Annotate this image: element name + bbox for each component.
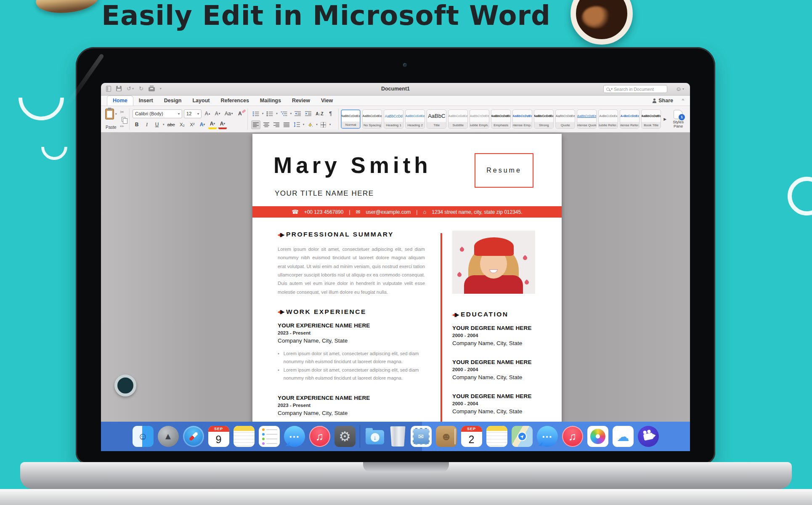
- bold-button[interactable]: B: [133, 120, 141, 129]
- dock-messages-icon[interactable]: …: [284, 426, 305, 447]
- education-entry-period: 2000 - 2004: [452, 367, 546, 372]
- style-card-no-spacing[interactable]: AaBbCcDdEe No Spacing: [362, 109, 382, 129]
- style-card-normal[interactable]: AaBbCcDdEe Normal: [341, 109, 361, 129]
- style-card-quote[interactable]: AaBbCcDdEe Quote: [555, 109, 575, 129]
- profile-photo: [452, 231, 535, 294]
- subscript-button[interactable]: X₂: [178, 120, 186, 129]
- multilevel-list-icon[interactable]: [279, 109, 289, 118]
- contact-separator: |: [416, 209, 417, 215]
- dock-itunes-icon[interactable]: ♫: [562, 426, 583, 447]
- collapse-ribbon-icon[interactable]: ^: [682, 98, 684, 103]
- align-left-button[interactable]: [251, 120, 260, 129]
- text-effects-button[interactable]: A▾: [198, 120, 207, 129]
- style-card-subtle-reference[interactable]: AaBbCcDdEe Subtle Refer...: [598, 109, 618, 129]
- home-icon: ⌂: [423, 209, 426, 215]
- dock-system-preferences-icon[interactable]: ⚙: [334, 426, 356, 447]
- style-card-title[interactable]: AaBbC Title: [427, 109, 446, 129]
- font-name-select[interactable]: Calibri (Body) ▾: [133, 109, 182, 118]
- style-card-heading-2[interactable]: AaBbCcDdEe Heading 2: [405, 109, 425, 129]
- style-card-heading-1[interactable]: AaBbCcDd Heading 1: [384, 109, 403, 129]
- font-size-select[interactable]: 12 ▾: [184, 109, 202, 118]
- style-card-emphasis[interactable]: AaBbCcDdEe Emphasis: [491, 109, 511, 129]
- paste-button[interactable]: ▾ Paste: [103, 108, 119, 130]
- ring-decoration: [114, 375, 136, 396]
- style-card-subtitle[interactable]: AaBbCcDdEe Subtitle: [448, 109, 468, 129]
- superscript-button[interactable]: X²: [188, 120, 196, 129]
- share-label: Share: [658, 98, 673, 104]
- dock-itunes-icon[interactable]: ♫: [309, 426, 330, 447]
- stamp-inner: ✉: [413, 428, 430, 445]
- dock-notes-icon[interactable]: [234, 426, 255, 447]
- dock-notes-icon[interactable]: [486, 426, 507, 447]
- align-center-button[interactable]: [262, 120, 271, 129]
- dock-reminders-icon[interactable]: [259, 426, 280, 447]
- search-input[interactable]: ▾ Search in Document: [603, 85, 667, 93]
- dock-safari-icon[interactable]: [183, 426, 204, 447]
- tab-review[interactable]: Review: [287, 96, 316, 106]
- highlight-button[interactable]: A▾: [208, 120, 217, 129]
- share-button[interactable]: Share: [652, 98, 673, 104]
- underline-button[interactable]: U: [153, 120, 161, 129]
- tab-view[interactable]: View: [316, 96, 338, 106]
- pilcrow-icon[interactable]: ¶: [326, 109, 335, 118]
- tab-mailings[interactable]: Mailings: [255, 96, 287, 106]
- dock-launchpad-icon[interactable]: ▲: [158, 426, 179, 447]
- work-heading: ◀▶ WORK EXPERIENCE: [278, 308, 425, 316]
- styles-pane-button[interactable]: 1 Styles Pane: [669, 108, 687, 130]
- numbered-list-icon[interactable]: [265, 109, 274, 118]
- dock-downloads-icon[interactable]: ↓: [364, 426, 385, 447]
- tab-design[interactable]: Design: [159, 96, 187, 106]
- compass-needle: [188, 431, 198, 441]
- cut-icon[interactable]: ✂: [120, 109, 127, 115]
- heart-decoration: [459, 247, 465, 252]
- style-card-strong[interactable]: AaBbCcDdEe Strong: [534, 109, 554, 129]
- tab-home[interactable]: Home: [107, 96, 133, 106]
- diamond-icon: ◀▶: [278, 231, 283, 238]
- style-card-book-title[interactable]: AaBbCcDdEe Book Title: [641, 109, 661, 129]
- justify-button[interactable]: [282, 120, 291, 129]
- line-spacing-icon[interactable]: [292, 120, 301, 129]
- shading-bucket-icon[interactable]: [306, 120, 314, 129]
- tab-layout[interactable]: Layout: [187, 96, 215, 106]
- feedback-smiley-button[interactable]: ☺ ▾: [676, 85, 684, 92]
- increase-indent-icon[interactable]: [304, 109, 313, 118]
- macbook-base-front: [0, 489, 812, 505]
- dock-messages-icon[interactable]: …: [537, 426, 558, 447]
- tab-insert[interactable]: Insert: [133, 96, 159, 106]
- sort-icon[interactable]: A↓Z: [314, 109, 324, 118]
- style-card-subtle-emphasis[interactable]: AaBbCcDdEe Subtle Emph...: [470, 109, 489, 129]
- change-case-button[interactable]: Aa▾: [223, 109, 234, 118]
- dock-mail-icon[interactable]: ✉: [411, 426, 432, 447]
- dock-trash-icon[interactable]: [390, 426, 406, 447]
- style-card-intense-quote[interactable]: AaBbCcDdEe Intense Quote: [577, 109, 597, 129]
- style-card-intense-emphasis[interactable]: AaBbCcDdEe Intense Emp...: [512, 109, 532, 129]
- dock-calendar-icon[interactable]: SEP 2: [461, 426, 482, 447]
- bullet-icon: •: [278, 350, 279, 365]
- dock-contacts-icon[interactable]: ☻: [436, 426, 457, 447]
- styles-gallery-more-icon[interactable]: ▶: [663, 117, 666, 121]
- dock-video-camera-icon[interactable]: [638, 426, 659, 447]
- strikethrough-button[interactable]: abe: [166, 120, 176, 129]
- dock-maps-icon[interactable]: ➤: [512, 426, 533, 447]
- dock-icloud-icon[interactable]: ☁: [613, 426, 634, 447]
- italic-button[interactable]: I: [143, 120, 151, 129]
- dock-photos-icon[interactable]: [587, 426, 608, 447]
- tab-references[interactable]: References: [215, 96, 254, 106]
- contact-email: user@example.com: [366, 209, 411, 215]
- copy-icon[interactable]: [122, 117, 125, 122]
- bullet-list-icon[interactable]: [251, 109, 260, 118]
- borders-icon[interactable]: [319, 120, 328, 129]
- resume-page[interactable]: Mary Smith YOUR TITLE NAME HERE Resume ☎…: [252, 134, 562, 451]
- dock-finder-icon[interactable]: ☺: [133, 426, 154, 447]
- underline-caret-icon[interactable]: ▾: [163, 123, 165, 126]
- shrink-font-button[interactable]: A▾: [213, 109, 222, 118]
- format-painter-icon[interactable]: ✏: [120, 124, 127, 129]
- dock-calendar-icon[interactable]: SEP 9: [208, 426, 229, 447]
- clear-formatting-button[interactable]: A: [236, 109, 244, 118]
- decrease-indent-icon[interactable]: [293, 109, 302, 118]
- align-right-button[interactable]: [272, 120, 281, 129]
- grow-font-button[interactable]: A▴: [203, 109, 212, 118]
- style-card-intense-reference[interactable]: AaBbCcDdEe Intense Refer...: [620, 109, 640, 129]
- font-color-button[interactable]: A▾: [218, 120, 227, 129]
- arc-decoration: [9, 66, 74, 130]
